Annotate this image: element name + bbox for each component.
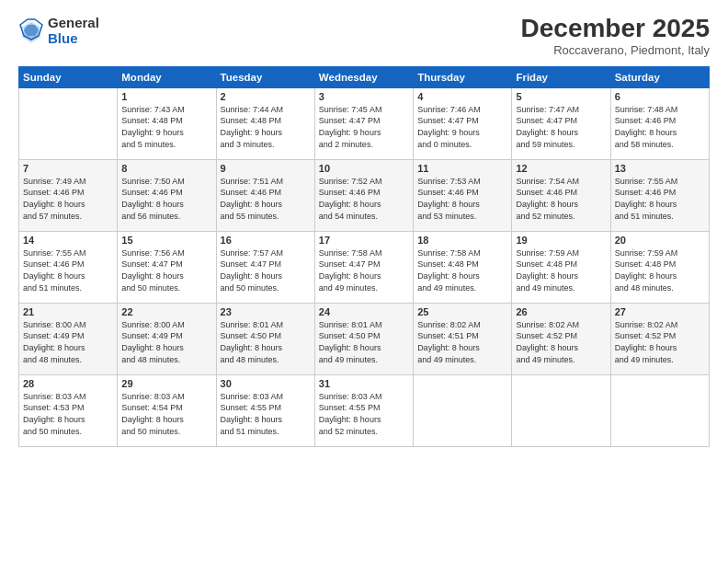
day-number: 10 <box>319 163 409 174</box>
day-number: 1 <box>121 91 211 102</box>
calendar-cell: 2Sunrise: 7:44 AM Sunset: 4:48 PM Daylig… <box>216 87 314 159</box>
cell-content: Sunrise: 8:03 AM Sunset: 4:54 PM Dayligh… <box>121 391 211 437</box>
week-row-3: 14Sunrise: 7:55 AM Sunset: 4:46 PM Dayli… <box>19 231 710 303</box>
cell-content: Sunrise: 7:55 AM Sunset: 4:46 PM Dayligh… <box>23 247 113 293</box>
day-number: 29 <box>121 378 211 389</box>
calendar-cell: 3Sunrise: 7:45 AM Sunset: 4:47 PM Daylig… <box>314 87 413 159</box>
calendar-cell: 7Sunrise: 7:49 AM Sunset: 4:46 PM Daylig… <box>19 159 118 231</box>
cell-content: Sunrise: 7:44 AM Sunset: 4:48 PM Dayligh… <box>221 104 311 150</box>
cell-content: Sunrise: 8:01 AM Sunset: 4:50 PM Dayligh… <box>319 319 409 365</box>
cell-content: Sunrise: 7:59 AM Sunset: 4:48 PM Dayligh… <box>516 247 606 293</box>
day-number: 9 <box>221 163 311 174</box>
day-number: 25 <box>417 306 507 317</box>
cell-content: Sunrise: 7:53 AM Sunset: 4:46 PM Dayligh… <box>417 176 507 222</box>
cell-content: Sunrise: 8:03 AM Sunset: 4:55 PM Dayligh… <box>221 391 311 437</box>
calendar-cell: 23Sunrise: 8:01 AM Sunset: 4:50 PM Dayli… <box>216 303 314 374</box>
day-number: 19 <box>516 235 606 246</box>
cell-content: Sunrise: 8:00 AM Sunset: 4:49 PM Dayligh… <box>23 319 113 365</box>
cell-content: Sunrise: 7:58 AM Sunset: 4:47 PM Dayligh… <box>319 247 409 293</box>
cell-content: Sunrise: 8:02 AM Sunset: 4:51 PM Dayligh… <box>417 319 507 365</box>
day-number: 27 <box>615 306 705 317</box>
col-header-tuesday: Tuesday <box>216 66 314 87</box>
cell-content: Sunrise: 8:03 AM Sunset: 4:53 PM Dayligh… <box>23 391 113 437</box>
calendar-cell: 6Sunrise: 7:48 AM Sunset: 4:46 PM Daylig… <box>610 87 709 159</box>
calendar-cell <box>414 374 512 446</box>
col-header-friday: Friday <box>512 66 610 87</box>
calendar-cell <box>610 374 709 446</box>
calendar-cell: 13Sunrise: 7:55 AM Sunset: 4:46 PM Dayli… <box>610 159 709 231</box>
calendar-cell: 12Sunrise: 7:54 AM Sunset: 4:46 PM Dayli… <box>512 159 610 231</box>
cell-content: Sunrise: 7:57 AM Sunset: 4:47 PM Dayligh… <box>221 247 311 293</box>
col-header-sunday: Sunday <box>19 66 118 87</box>
calendar-cell: 26Sunrise: 8:02 AM Sunset: 4:52 PM Dayli… <box>512 303 610 374</box>
week-row-5: 28Sunrise: 8:03 AM Sunset: 4:53 PM Dayli… <box>19 374 710 446</box>
cell-content: Sunrise: 8:01 AM Sunset: 4:50 PM Dayligh… <box>221 319 311 365</box>
col-header-monday: Monday <box>118 66 216 87</box>
location-subtitle: Roccaverano, Piedmont, Italy <box>521 43 710 57</box>
day-number: 18 <box>417 235 507 246</box>
day-number: 15 <box>121 235 211 246</box>
day-number: 5 <box>516 91 606 102</box>
day-number: 2 <box>221 91 311 102</box>
cell-content: Sunrise: 8:00 AM Sunset: 4:49 PM Dayligh… <box>121 319 211 365</box>
day-number: 17 <box>319 235 409 246</box>
calendar-cell: 28Sunrise: 8:03 AM Sunset: 4:53 PM Dayli… <box>19 374 118 446</box>
col-header-wednesday: Wednesday <box>314 66 413 87</box>
day-number: 16 <box>221 235 311 246</box>
calendar-cell: 15Sunrise: 7:56 AM Sunset: 4:47 PM Dayli… <box>118 231 216 303</box>
cell-content: Sunrise: 7:54 AM Sunset: 4:46 PM Dayligh… <box>516 176 606 222</box>
month-title: December 2025 <box>521 15 710 43</box>
calendar-cell: 16Sunrise: 7:57 AM Sunset: 4:47 PM Dayli… <box>216 231 314 303</box>
calendar-cell: 1Sunrise: 7:43 AM Sunset: 4:48 PM Daylig… <box>118 87 216 159</box>
calendar-cell: 18Sunrise: 7:58 AM Sunset: 4:48 PM Dayli… <box>414 231 512 303</box>
logo-icon <box>18 17 44 43</box>
calendar-cell: 20Sunrise: 7:59 AM Sunset: 4:48 PM Dayli… <box>610 231 709 303</box>
header-row: SundayMondayTuesdayWednesdayThursdayFrid… <box>19 66 710 87</box>
week-row-2: 7Sunrise: 7:49 AM Sunset: 4:46 PM Daylig… <box>19 159 710 231</box>
cell-content: Sunrise: 7:50 AM Sunset: 4:46 PM Dayligh… <box>121 176 211 222</box>
cell-content: Sunrise: 7:45 AM Sunset: 4:47 PM Dayligh… <box>319 104 409 150</box>
calendar-cell <box>512 374 610 446</box>
calendar-cell: 24Sunrise: 8:01 AM Sunset: 4:50 PM Dayli… <box>314 303 413 374</box>
day-number: 20 <box>615 235 705 246</box>
day-number: 14 <box>23 235 113 246</box>
cell-content: Sunrise: 7:55 AM Sunset: 4:46 PM Dayligh… <box>615 176 705 222</box>
logo: General Blue <box>18 15 99 47</box>
col-header-saturday: Saturday <box>610 66 709 87</box>
week-row-1: 1Sunrise: 7:43 AM Sunset: 4:48 PM Daylig… <box>19 87 710 159</box>
calendar-cell: 10Sunrise: 7:52 AM Sunset: 4:46 PM Dayli… <box>314 159 413 231</box>
day-number: 22 <box>121 306 211 317</box>
day-number: 11 <box>417 163 507 174</box>
day-number: 28 <box>23 378 113 389</box>
cell-content: Sunrise: 7:56 AM Sunset: 4:47 PM Dayligh… <box>121 247 211 293</box>
calendar-cell: 14Sunrise: 7:55 AM Sunset: 4:46 PM Dayli… <box>19 231 118 303</box>
calendar-cell: 19Sunrise: 7:59 AM Sunset: 4:48 PM Dayli… <box>512 231 610 303</box>
logo-text: General Blue <box>48 15 99 47</box>
calendar-cell: 27Sunrise: 8:02 AM Sunset: 4:52 PM Dayli… <box>610 303 709 374</box>
calendar-cell: 29Sunrise: 8:03 AM Sunset: 4:54 PM Dayli… <box>118 374 216 446</box>
day-number: 8 <box>121 163 211 174</box>
day-number: 30 <box>221 378 311 389</box>
day-number: 31 <box>319 378 409 389</box>
cell-content: Sunrise: 8:02 AM Sunset: 4:52 PM Dayligh… <box>516 319 606 365</box>
cell-content: Sunrise: 7:49 AM Sunset: 4:46 PM Dayligh… <box>23 176 113 222</box>
day-number: 4 <box>417 91 507 102</box>
cell-content: Sunrise: 7:48 AM Sunset: 4:46 PM Dayligh… <box>615 104 705 150</box>
day-number: 6 <box>615 91 705 102</box>
calendar-cell: 8Sunrise: 7:50 AM Sunset: 4:46 PM Daylig… <box>118 159 216 231</box>
calendar-cell: 25Sunrise: 8:02 AM Sunset: 4:51 PM Dayli… <box>414 303 512 374</box>
calendar-cell <box>19 87 118 159</box>
calendar-cell: 5Sunrise: 7:47 AM Sunset: 4:47 PM Daylig… <box>512 87 610 159</box>
calendar-cell: 17Sunrise: 7:58 AM Sunset: 4:47 PM Dayli… <box>314 231 413 303</box>
day-number: 21 <box>23 306 113 317</box>
day-number: 12 <box>516 163 606 174</box>
cell-content: Sunrise: 7:51 AM Sunset: 4:46 PM Dayligh… <box>221 176 311 222</box>
cell-content: Sunrise: 7:46 AM Sunset: 4:47 PM Dayligh… <box>417 104 507 150</box>
cell-content: Sunrise: 7:47 AM Sunset: 4:47 PM Dayligh… <box>516 104 606 150</box>
col-header-thursday: Thursday <box>414 66 512 87</box>
day-number: 23 <box>221 306 311 317</box>
cell-content: Sunrise: 7:59 AM Sunset: 4:48 PM Dayligh… <box>615 247 705 293</box>
calendar-cell: 30Sunrise: 8:03 AM Sunset: 4:55 PM Dayli… <box>216 374 314 446</box>
day-number: 3 <box>319 91 409 102</box>
calendar-cell: 4Sunrise: 7:46 AM Sunset: 4:47 PM Daylig… <box>414 87 512 159</box>
